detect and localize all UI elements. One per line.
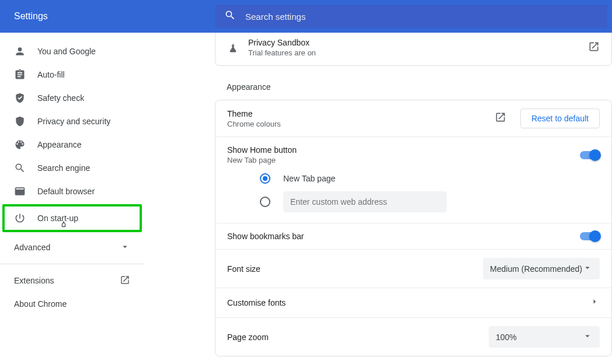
sidebar-extensions[interactable]: Extensions xyxy=(0,269,144,292)
shield-check-icon xyxy=(14,92,26,104)
page-zoom-title: Page zoom xyxy=(227,332,489,342)
chevron-right-icon xyxy=(589,296,600,309)
privacy-sandbox-title: Privacy Sandbox xyxy=(248,38,588,47)
palette-icon xyxy=(14,139,26,150)
page-zoom-row: Page zoom 100% xyxy=(215,317,611,356)
sidebar-item-default-browser[interactable]: Default browser xyxy=(0,180,144,203)
theme-row[interactable]: Theme Chrome colours Reset to default xyxy=(215,100,611,136)
chevron-down-icon xyxy=(582,262,593,275)
open-in-new-icon[interactable] xyxy=(588,41,600,55)
search-bar[interactable] xyxy=(215,5,607,28)
divider xyxy=(0,264,144,264)
flask-icon xyxy=(227,42,239,54)
theme-subtitle: Chrome colours xyxy=(227,120,495,128)
sidebar-item-you-and-google[interactable]: You and Google xyxy=(0,40,144,63)
sidebar-about-label: About Chrome xyxy=(14,299,67,309)
appearance-section-title: Appearance xyxy=(227,82,612,92)
font-size-value: Medium (Recommended) xyxy=(490,264,582,274)
shield-icon xyxy=(14,116,26,127)
chevron-down-icon xyxy=(582,331,593,343)
chevron-down-icon xyxy=(120,242,130,254)
search-icon xyxy=(14,162,26,174)
page-zoom-value: 100% xyxy=(496,332,517,342)
home-button-subtitle: New Tab page xyxy=(227,156,580,164)
sidebar-item-label: Auto-fill xyxy=(37,70,65,79)
sidebar: You and Google Auto-fill Safety check Pr… xyxy=(0,33,145,364)
sidebar-item-label: Default browser xyxy=(37,187,95,196)
appearance-card: Theme Chrome colours Reset to default Sh… xyxy=(215,100,612,356)
sidebar-item-autofill[interactable]: Auto-fill xyxy=(0,63,144,86)
radio-icon[interactable] xyxy=(260,173,270,184)
privacy-sandbox-card[interactable]: Privacy Sandbox Trial features are on xyxy=(215,33,612,66)
customise-fonts-row[interactable]: Customise fonts xyxy=(215,288,611,317)
font-size-title: Font size xyxy=(227,264,483,274)
radio-new-tab-label: New Tab page xyxy=(283,174,335,183)
search-input[interactable] xyxy=(245,12,598,22)
sidebar-item-search-engine[interactable]: Search engine xyxy=(0,156,144,180)
radio-icon[interactable] xyxy=(260,197,270,207)
home-button-row: Show Home button New Tab page New Tab pa… xyxy=(215,136,611,223)
sidebar-item-label: You and Google xyxy=(37,47,96,56)
custom-address-input[interactable] xyxy=(283,191,447,212)
header: Settings xyxy=(0,0,612,33)
reset-to-default-button[interactable]: Reset to default xyxy=(520,108,600,128)
privacy-sandbox-subtitle: Trial features are on xyxy=(248,48,588,57)
bookmarks-toggle[interactable] xyxy=(580,232,600,240)
sidebar-item-safety-check[interactable]: Safety check xyxy=(0,86,144,110)
open-in-new-icon[interactable] xyxy=(495,111,506,125)
theme-title: Theme xyxy=(227,109,495,118)
home-button-title: Show Home button xyxy=(227,145,580,155)
search-icon xyxy=(224,9,236,23)
sidebar-item-label: Appearance xyxy=(37,140,82,149)
sidebar-item-label: Safety check xyxy=(37,93,84,103)
bookmarks-row: Show bookmarks bar xyxy=(215,223,611,249)
page-zoom-select[interactable]: 100% xyxy=(489,326,600,348)
sidebar-advanced-label: Advanced xyxy=(14,243,50,252)
customise-fonts-title: Customise fonts xyxy=(227,298,589,307)
sidebar-about-chrome[interactable]: About Chrome xyxy=(0,292,144,316)
sidebar-advanced[interactable]: Advanced xyxy=(0,236,144,259)
person-icon xyxy=(14,46,26,57)
sidebar-item-label: Privacy and security xyxy=(37,117,110,126)
sidebar-item-label: Search engine xyxy=(37,163,90,173)
assignment-icon xyxy=(14,69,26,80)
radio-new-tab[interactable]: New Tab page xyxy=(260,167,588,190)
font-size-select[interactable]: Medium (Recommended) xyxy=(483,258,600,279)
power-icon xyxy=(14,212,26,224)
font-size-row: Font size Medium (Recommended) xyxy=(215,249,611,288)
open-in-new-icon xyxy=(120,275,130,287)
bookmarks-title: Show bookmarks bar xyxy=(227,232,580,241)
sidebar-item-on-start-up[interactable]: On start-up xyxy=(2,204,142,232)
radio-custom[interactable] xyxy=(260,190,588,214)
home-button-toggle[interactable] xyxy=(580,151,600,159)
cursor-icon xyxy=(58,219,69,233)
body: You and Google Auto-fill Safety check Pr… xyxy=(0,33,612,364)
home-radio-group: New Tab page xyxy=(227,164,600,223)
sidebar-item-privacy-security[interactable]: Privacy and security xyxy=(0,110,144,133)
browser-icon xyxy=(14,186,26,197)
sidebar-item-appearance[interactable]: Appearance xyxy=(0,133,144,156)
main: Privacy Sandbox Trial features are on Ap… xyxy=(145,33,612,364)
sidebar-extensions-label: Extensions xyxy=(14,276,54,285)
page-title: Settings xyxy=(0,11,215,22)
